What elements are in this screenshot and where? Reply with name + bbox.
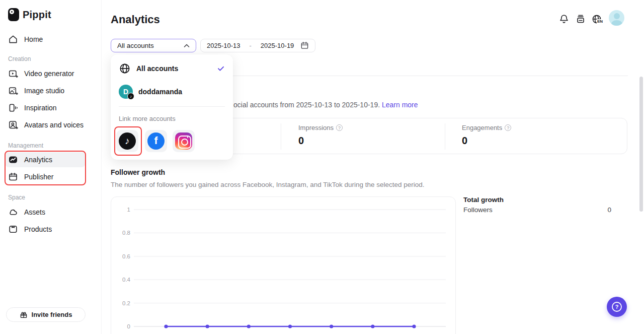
help-circle-icon[interactable]: ?: [505, 124, 511, 131]
account-selector-dropdown[interactable]: All accounts: [111, 39, 196, 52]
language-code: EN: [597, 19, 603, 24]
period-description-text: ocial accounts from 2025-10-13 to 2025-1…: [233, 101, 418, 109]
link-more-accounts-label: Link more accounts: [119, 115, 176, 122]
follower-growth-title: Follower growth: [111, 168, 165, 176]
stat-engagements: Engagements ? 0: [462, 124, 511, 147]
date-start: 2025-10-13: [207, 42, 240, 49]
chevron-up-icon: [184, 44, 190, 48]
svg-text:0.6: 0.6: [122, 253, 130, 259]
invite-friends-label: Invite friends: [32, 311, 72, 318]
app-logo[interactable]: Pippit: [8, 8, 51, 21]
assets-cloud-icon: [8, 207, 18, 217]
help-button[interactable]: ?: [607, 297, 627, 317]
pippit-logo-icon: [8, 8, 19, 21]
stat-value: 0: [298, 135, 343, 147]
sidebar-item-video-generator[interactable]: Video generator: [5, 66, 86, 81]
facebook-icon: f: [147, 132, 165, 150]
sidebar-item-label: Avatars and voices: [24, 121, 84, 129]
invite-friends-button[interactable]: Invite friends: [6, 307, 86, 322]
link-tiktok-button[interactable]: ♪: [116, 130, 138, 152]
follower-growth-subtitle: The number of followers you gained acros…: [111, 181, 425, 188]
account-dropdown-panel: All accounts D ♪ doddamanda Link more ac…: [111, 54, 233, 160]
sidebar-item-publisher[interactable]: Publisher: [5, 169, 86, 184]
check-icon: [217, 64, 225, 73]
svg-text:?: ?: [615, 304, 619, 310]
svg-text:0.2: 0.2: [122, 300, 130, 306]
app-logo-text: Pippit: [23, 9, 51, 21]
help-circle-icon[interactable]: ?: [336, 124, 343, 131]
inspiration-icon: [8, 103, 18, 113]
dropdown-option-label: All accounts: [136, 64, 211, 73]
date-end: 2025-10-19: [261, 42, 294, 49]
language-globe-icon[interactable]: EN: [591, 14, 603, 26]
sidebar-item-label: Inspiration: [24, 104, 57, 112]
sidebar-item-label: Products: [24, 225, 52, 233]
instagram-icon: [175, 132, 192, 150]
total-growth-value: 0: [607, 206, 611, 214]
date-separator: -: [250, 42, 252, 49]
svg-text:1: 1: [127, 207, 130, 213]
learn-more-link[interactable]: Learn more: [382, 101, 418, 109]
stat-value: 0: [462, 135, 511, 147]
doddamanda-avatar: D ♪: [119, 85, 133, 99]
date-range-picker[interactable]: 2025-10-13 - 2025-10-19: [200, 39, 315, 52]
sidebar-item-label: Image studio: [24, 87, 64, 95]
calendar-icon: [300, 41, 309, 50]
account-selector-value: All accounts: [117, 42, 154, 49]
period-text-partial: ocial accounts from 2025-10-13 to 2025-1…: [233, 101, 380, 109]
avatars-icon: [8, 120, 18, 130]
sidebar-item-image-studio[interactable]: Image studio: [5, 83, 86, 98]
vertical-scrollbar-thumb[interactable]: [639, 77, 643, 212]
printer-icon[interactable]: [575, 14, 586, 25]
tiktok-badge-icon: ♪: [127, 93, 134, 100]
image-studio-icon: [8, 86, 18, 96]
question-mark-icon: ?: [607, 297, 627, 317]
stat-divider: [281, 123, 281, 150]
follower-growth-chart[interactable]: 00.20.40.60.81: [111, 197, 455, 334]
page-title: Analytics: [111, 13, 160, 26]
sidebar-item-label: Publisher: [24, 173, 53, 181]
total-growth-label: Followers: [463, 206, 493, 214]
total-growth-row: Followers 0: [463, 206, 611, 214]
tiktok-icon: ♪: [119, 132, 136, 150]
home-icon: [8, 34, 18, 44]
sidebar-item-label: Assets: [24, 208, 45, 216]
sidebar-item-label: Home: [24, 35, 43, 43]
total-growth-title: Total growth: [463, 196, 504, 204]
gift-icon: [20, 311, 28, 319]
stat-divider: [445, 123, 445, 150]
sidebar-item-analytics[interactable]: Analytics: [5, 152, 86, 167]
sidebar: Pippit Home Creation Video generator Ima…: [0, 0, 102, 334]
svg-text:0.8: 0.8: [122, 230, 130, 236]
sidebar-item-inspiration[interactable]: Inspiration: [5, 100, 86, 115]
dropdown-option-all-accounts[interactable]: All accounts: [115, 59, 229, 78]
analytics-icon: [8, 155, 18, 165]
sidebar-item-avatars-and-voices[interactable]: Avatars and voices: [5, 117, 86, 132]
video-generator-icon: [8, 69, 18, 79]
sidebar-item-products[interactable]: Products: [5, 222, 86, 237]
products-box-icon: [8, 224, 18, 234]
dropdown-option-doddamanda[interactable]: D ♪ doddamanda: [115, 83, 229, 101]
svg-text:0.4: 0.4: [122, 277, 131, 283]
sidebar-item-label: Analytics: [24, 156, 52, 164]
dropdown-option-label: doddamanda: [138, 88, 225, 96]
dropdown-divider: [119, 106, 225, 107]
section-label-management: Management: [8, 142, 43, 149]
link-facebook-button[interactable]: f: [145, 130, 167, 152]
section-label-space: Space: [8, 194, 25, 201]
follower-growth-chart-card: 00.20.40.60.81: [111, 196, 456, 334]
globe-icon: [119, 62, 131, 75]
link-instagram-button[interactable]: [173, 130, 195, 152]
stat-label: Engagements: [462, 124, 502, 131]
sidebar-item-assets[interactable]: Assets: [5, 205, 86, 220]
notifications-bell-icon[interactable]: [558, 14, 570, 25]
user-avatar[interactable]: [609, 10, 624, 26]
svg-text:0: 0: [127, 323, 130, 329]
sidebar-item-home[interactable]: Home: [5, 32, 86, 47]
stat-impressions: Impressions ? 0: [298, 124, 343, 147]
stat-label: Impressions: [298, 124, 334, 131]
section-label-creation: Creation: [8, 55, 31, 62]
publisher-calendar-icon: [8, 172, 18, 182]
sidebar-item-label: Video generator: [24, 70, 74, 78]
